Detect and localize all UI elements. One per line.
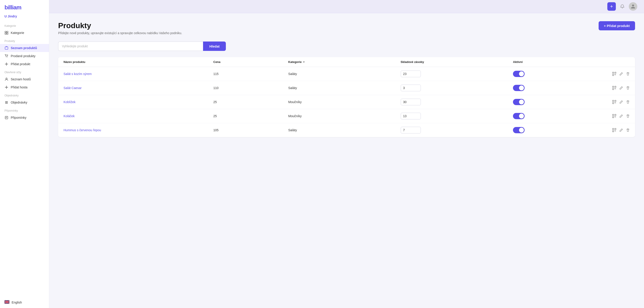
- sidebar-label-seznam-produktu: Seznam produktů: [11, 46, 37, 50]
- sidebar-label-objednavky: Objednávky: [11, 101, 27, 104]
- brand-logo: billiam: [0, 0, 49, 14]
- edit-icon[interactable]: [620, 86, 623, 90]
- sidebar-label-seznam-hostu: Seznam hostů: [11, 77, 31, 81]
- product-price: 105: [213, 128, 288, 132]
- sidebar-section-produkty: Produkty: [0, 37, 49, 44]
- topbar: +: [49, 0, 644, 13]
- svg-rect-40: [613, 129, 613, 129]
- language-label: English: [12, 301, 22, 304]
- sidebar-label-pripominky: Připomínky: [11, 116, 26, 119]
- topbar-avatar[interactable]: [629, 2, 637, 11]
- sidebar-item-prodane-produkty[interactable]: Prodané produkty: [0, 52, 49, 60]
- sidebar-item-seznam-produktu[interactable]: Seznam produktů: [0, 44, 49, 52]
- edit-icon[interactable]: [620, 128, 623, 132]
- search-input[interactable]: [58, 41, 203, 51]
- active-toggle[interactable]: [513, 71, 524, 77]
- delete-icon[interactable]: [626, 100, 630, 104]
- active-toggle[interactable]: [513, 127, 524, 133]
- product-name-link[interactable]: Hummus s červenou řepou: [64, 128, 213, 132]
- product-price: 115: [213, 72, 288, 76]
- qr-icon[interactable]: [612, 114, 616, 118]
- header-actions: [603, 60, 630, 64]
- sidebar-item-objednavky[interactable]: Objednávky: [0, 98, 49, 107]
- svg-rect-3: [7, 33, 8, 34]
- header-sklad: Skladové zásoby: [401, 60, 513, 64]
- stock-input[interactable]: [401, 71, 421, 77]
- svg-rect-42: [613, 131, 613, 132]
- add-product-button[interactable]: + Přidat produkt: [598, 21, 635, 30]
- qr-icon[interactable]: [612, 100, 616, 104]
- product-category: Moučníky: [288, 114, 401, 118]
- delete-icon[interactable]: [626, 114, 630, 118]
- topbar-bell-icon[interactable]: [618, 3, 626, 10]
- cart-icon: [4, 54, 8, 58]
- stock-input[interactable]: [401, 99, 421, 105]
- svg-rect-35: [615, 115, 616, 115]
- sidebar-item-kategorie[interactable]: Kategorie: [0, 29, 49, 37]
- delete-icon[interactable]: [626, 86, 630, 90]
- edit-icon[interactable]: [620, 100, 623, 104]
- active-toggle[interactable]: [513, 85, 524, 91]
- flag-icon: [4, 300, 10, 305]
- page-content: Produkty Přidejte nové produkty, upravuj…: [49, 13, 644, 308]
- product-name-link[interactable]: Salát s kozím sýrem: [64, 72, 213, 76]
- svg-rect-41: [615, 129, 616, 129]
- page-title: Produkty: [58, 21, 182, 30]
- svg-point-7: [6, 78, 7, 79]
- plus-icon-hosty: [4, 85, 8, 89]
- sidebar: billiam U Jindry Kategorie Kategorie Pro…: [0, 0, 49, 308]
- product-name-link[interactable]: Koláček: [64, 114, 213, 118]
- sidebar-label-prodane-produkty: Prodané produkty: [11, 54, 36, 58]
- person-icon: [4, 77, 8, 81]
- sidebar-label-kategorie: Kategorie: [11, 31, 24, 35]
- grid-icon: [4, 31, 8, 35]
- sidebar-item-pridat-produkt[interactable]: Přidat produkt: [0, 60, 49, 68]
- svg-rect-18: [613, 75, 613, 75]
- qr-icon[interactable]: [612, 72, 616, 76]
- stock-input[interactable]: [401, 113, 421, 119]
- page-header: Produkty Přidejte nové produkty, upravuj…: [58, 21, 635, 35]
- svg-rect-24: [613, 89, 613, 89]
- sidebar-label-pridat-hosta: Přidat hosta: [11, 85, 28, 89]
- sidebar-section-objednavky: Objednávky: [0, 91, 49, 98]
- qr-icon[interactable]: [612, 86, 616, 90]
- page-subtitle: Přidejte nové produkty, upravujte existu…: [58, 31, 182, 35]
- product-category: Saláty: [288, 72, 401, 76]
- edit-icon[interactable]: [620, 72, 623, 76]
- svg-rect-2: [5, 33, 6, 34]
- active-toggle[interactable]: [513, 99, 524, 105]
- product-price: 25: [213, 114, 288, 118]
- language-selector[interactable]: English: [0, 297, 49, 308]
- product-price: 25: [213, 100, 288, 104]
- svg-rect-29: [615, 101, 616, 101]
- search-bar: Hledat: [58, 41, 226, 51]
- stock-input[interactable]: [401, 127, 421, 134]
- header-aktivni: Aktivní: [513, 60, 603, 64]
- product-category: Saláty: [288, 128, 401, 132]
- sidebar-item-pripominky[interactable]: Připomínky: [0, 114, 49, 122]
- stock-input[interactable]: [401, 85, 421, 91]
- svg-rect-36: [613, 117, 613, 117]
- plus-icon-produkty: [4, 62, 8, 66]
- qr-icon[interactable]: [612, 128, 616, 132]
- delete-icon[interactable]: [626, 72, 630, 76]
- product-price: 110: [213, 86, 288, 90]
- sidebar-section-ucty: Otevřené účty: [0, 68, 49, 75]
- svg-point-6: [7, 57, 8, 57]
- svg-rect-30: [613, 103, 613, 103]
- active-toggle[interactable]: [513, 113, 524, 119]
- edit-icon[interactable]: [620, 114, 623, 118]
- product-name-link[interactable]: Salát Caesar: [64, 86, 213, 90]
- sidebar-item-seznam-hostu[interactable]: Seznam hostů: [0, 75, 49, 83]
- svg-rect-22: [613, 87, 613, 87]
- product-name-link[interactable]: Koblížek: [64, 100, 213, 104]
- svg-rect-9: [5, 102, 8, 103]
- header-cena: Cena: [213, 60, 288, 64]
- header-kategorie[interactable]: Kategorie ▼: [288, 60, 401, 64]
- svg-rect-17: [615, 73, 616, 73]
- search-button[interactable]: Hledat: [203, 41, 226, 51]
- svg-rect-23: [615, 87, 616, 87]
- topbar-add-button[interactable]: +: [607, 2, 616, 11]
- sidebar-item-pridat-hosta[interactable]: Přidat hosta: [0, 83, 49, 91]
- delete-icon[interactable]: [626, 128, 630, 132]
